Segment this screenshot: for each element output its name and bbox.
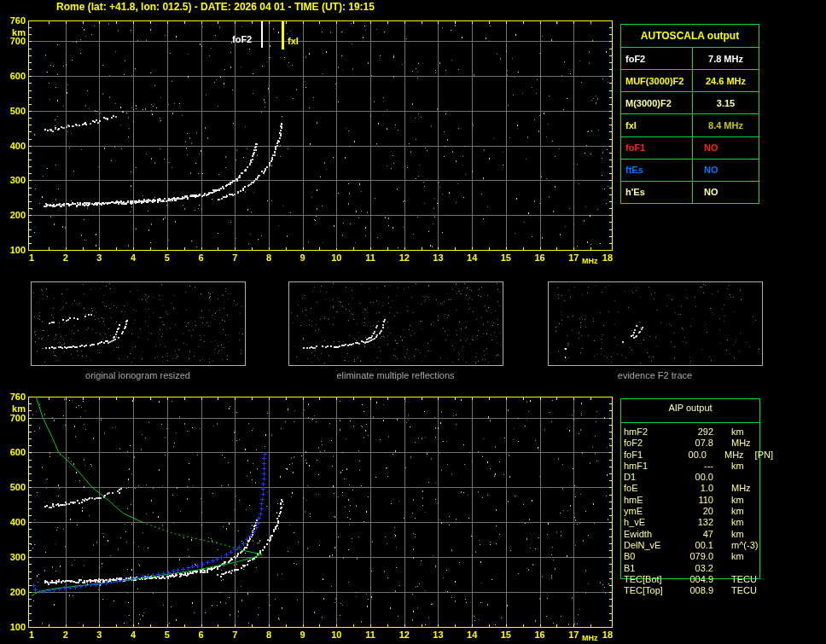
parameter-value: 132 — [672, 517, 713, 528]
x-axis-label: 12 — [394, 629, 415, 640]
x-axis-label: 14 — [462, 629, 482, 640]
parameter-name: hmF1 — [624, 461, 672, 472]
parameter-unit: MHz — [731, 483, 751, 494]
x-axis-label: 1 — [21, 629, 42, 640]
y-axis-label: 500 — [1, 106, 26, 116]
x-axis-label: 18 — [597, 629, 618, 640]
x-axis-label: 15 — [496, 252, 516, 263]
parameter-unit: km — [731, 461, 744, 472]
aip-row-h-ve: h_vE132km — [624, 517, 773, 528]
parameter-name: foF2 — [624, 438, 672, 449]
aip-row-hmf1: hmF1---km — [624, 461, 773, 472]
x-axis-label: 9 — [293, 629, 313, 640]
parameter-name: foF1 — [624, 450, 669, 461]
autoscala-table-rows: foF27.8 MHzMUF(3000)F224.6 MHzM(3000)F23… — [621, 48, 759, 203]
parameter-value: 00.0 — [672, 472, 713, 483]
parameter-value: 292 — [672, 426, 713, 438]
parameter-value: 00.0 — [669, 450, 707, 461]
y-axis-label: 200 — [1, 587, 26, 597]
autoscala-window: Rome (lat: +41.8, lon: 012.5) - DATE: 20… — [0, 0, 826, 644]
parameter-name: B1 — [624, 563, 672, 574]
aip-row-d1: D100.0 — [624, 472, 773, 483]
autoscala-row-h-es: h'EsNO — [621, 182, 759, 203]
x-axis-label: 14 — [462, 252, 482, 263]
parameter-name: D1 — [624, 472, 672, 483]
aip-row-hmf2: hmF2292km — [624, 426, 773, 438]
x-axis-label: 1 — [21, 252, 42, 263]
aip-row-foe: foE1.0MHz — [624, 483, 773, 494]
x-axis-label: 11 — [360, 629, 381, 640]
autoscala-row-m-3000-f2: M(3000)F23.15 — [621, 92, 759, 114]
parameter-unit: TECU — [731, 574, 757, 585]
thumbnail-caption-3: evidence F2 trace — [548, 370, 762, 380]
x-axis-label: 16 — [530, 252, 550, 263]
thumbnail-caption-2: eliminate multiple reflections — [288, 370, 503, 380]
autoscala-row-fof2: foF27.8 MHz — [621, 48, 759, 70]
aip-row-ewidth: Ewidth47km — [624, 529, 773, 540]
x-axis-label: 4 — [123, 629, 143, 640]
x-axis-label: 11 — [360, 252, 381, 263]
parameter-value: 47 — [672, 529, 713, 540]
parameter-value: 1.0 — [672, 483, 713, 494]
parameter-value: 07.8 — [672, 438, 713, 449]
parameter-name: foF2 — [621, 48, 693, 69]
parameter-unit: km — [731, 426, 744, 438]
parameter-value: 03.2 — [672, 563, 713, 574]
x-axis-label: 7 — [224, 629, 245, 640]
x-axis-label: 3 — [89, 629, 109, 640]
aip-row-b1: B103.2 — [624, 563, 773, 574]
parameter-name: M(3000)F2 — [621, 92, 693, 113]
parameter-name: fxI — [621, 114, 693, 136]
parameter-name: foE — [624, 483, 672, 494]
parameter-unit: km — [731, 551, 744, 562]
thumbnail-caption-1: original ionogram resized — [31, 370, 245, 380]
fxi-marker-label: fxI — [288, 36, 299, 46]
parameter-name: hmF2 — [624, 426, 672, 438]
x-axis-label: 13 — [428, 252, 448, 263]
parameter-name: MUF(3000)F2 — [621, 70, 693, 91]
parameter-value: NO — [693, 137, 759, 159]
parameter-unit: km — [731, 517, 744, 528]
x-axis-label: 4 — [123, 252, 143, 263]
x-axis-label: 9 — [293, 252, 313, 263]
y-axis-label: 760 — [1, 392, 26, 402]
x-axis-label: 15 — [496, 629, 516, 640]
parameter-unit: MHz — [731, 438, 751, 449]
x-axis-label: 17 — [563, 252, 584, 263]
y-axis-label: 300 — [1, 175, 26, 185]
fof2-marker-label: foF2 — [232, 34, 252, 44]
aip-table-divider — [620, 422, 760, 423]
parameter-name: Ewidth — [624, 529, 672, 540]
autoscala-row-fof1: foF1NO — [621, 137, 759, 160]
x-axis-label: 17 — [563, 629, 584, 640]
autoscala-output-table: AUTOSCALA output foF27.8 MHzMUF(3000)F22… — [620, 24, 759, 204]
parameter-value: NO — [693, 182, 759, 203]
x-axis-label: 12 — [394, 252, 415, 263]
y-axis-label: 600 — [1, 71, 26, 81]
y-axis-label: 300 — [1, 552, 26, 562]
aip-row-yme: ymE20km — [624, 506, 773, 517]
x-axis-label: 10 — [326, 252, 346, 263]
y-axis-label: 500 — [1, 482, 26, 492]
parameter-name: ymE — [624, 506, 672, 517]
aip-row-tec-bot-: TEC[Bot]004.9TECU — [624, 574, 773, 585]
x-axis-label: 2 — [55, 252, 76, 263]
parameter-name: h'Es — [621, 182, 693, 203]
x-axis-label: 13 — [428, 629, 448, 640]
x-axis-label: 18 — [597, 252, 618, 263]
parameter-unit: TECU — [731, 585, 757, 596]
x-axis-label: 7 — [224, 252, 245, 263]
x-axis-label: 5 — [157, 629, 177, 640]
parameter-name: TEC[Bot] — [624, 574, 672, 585]
x-axis-label: 10 — [326, 629, 346, 640]
aip-row-hme: hmE110km — [624, 495, 773, 506]
parameter-value: 008.9 — [672, 585, 713, 596]
parameter-name: B0 — [624, 551, 672, 562]
parameter-value: 20 — [672, 506, 713, 517]
autoscala-row-fxi: fxI8.4 MHz — [621, 114, 759, 136]
parameter-note: [PN] — [755, 450, 773, 461]
parameter-name: hmE — [624, 495, 672, 506]
autoscala-table-title: AUTOSCALA output — [621, 25, 759, 48]
autoscala-row-muf-3000-f2: MUF(3000)F224.6 MHz — [621, 70, 759, 92]
parameter-unit: m^(-3) — [731, 540, 758, 551]
